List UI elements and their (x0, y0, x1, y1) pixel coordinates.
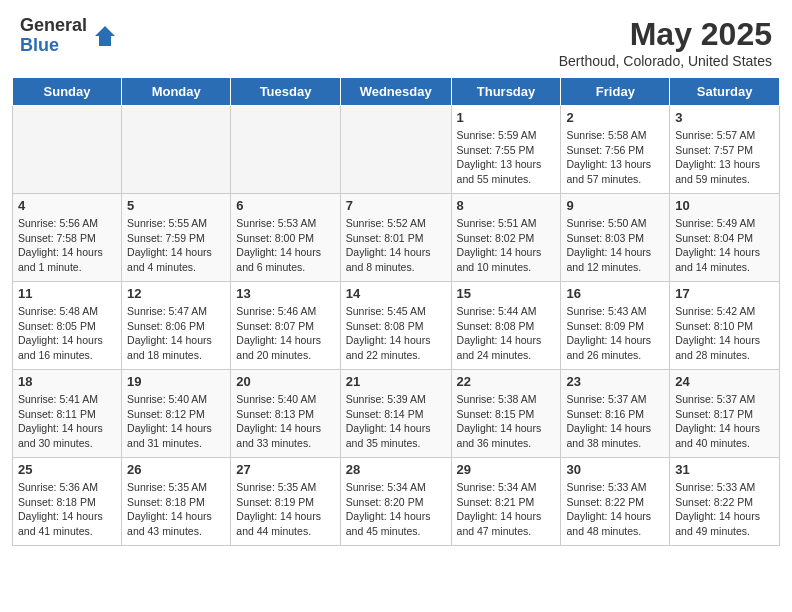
calendar-cell (231, 106, 340, 194)
calendar-cell: 10Sunrise: 5:49 AM Sunset: 8:04 PM Dayli… (670, 194, 780, 282)
day-info: Sunrise: 5:47 AM Sunset: 8:06 PM Dayligh… (127, 304, 225, 363)
day-info: Sunrise: 5:36 AM Sunset: 8:18 PM Dayligh… (18, 480, 116, 539)
logo-blue: Blue (20, 36, 87, 56)
calendar-cell: 29Sunrise: 5:34 AM Sunset: 8:21 PM Dayli… (451, 458, 561, 546)
calendar-cell: 2Sunrise: 5:58 AM Sunset: 7:56 PM Daylig… (561, 106, 670, 194)
day-number: 23 (566, 374, 664, 389)
calendar-week-3: 11Sunrise: 5:48 AM Sunset: 8:05 PM Dayli… (13, 282, 780, 370)
logo: General Blue (20, 16, 119, 56)
day-number: 8 (457, 198, 556, 213)
day-number: 29 (457, 462, 556, 477)
col-sunday: Sunday (13, 78, 122, 106)
calendar-week-4: 18Sunrise: 5:41 AM Sunset: 8:11 PM Dayli… (13, 370, 780, 458)
day-info: Sunrise: 5:34 AM Sunset: 8:20 PM Dayligh… (346, 480, 446, 539)
day-number: 19 (127, 374, 225, 389)
title-block: May 2025 Berthoud, Colorado, United Stat… (559, 16, 772, 69)
day-info: Sunrise: 5:33 AM Sunset: 8:22 PM Dayligh… (675, 480, 774, 539)
day-number: 18 (18, 374, 116, 389)
day-number: 14 (346, 286, 446, 301)
calendar-cell: 31Sunrise: 5:33 AM Sunset: 8:22 PM Dayli… (670, 458, 780, 546)
day-number: 17 (675, 286, 774, 301)
calendar-cell: 1Sunrise: 5:59 AM Sunset: 7:55 PM Daylig… (451, 106, 561, 194)
calendar-cell: 21Sunrise: 5:39 AM Sunset: 8:14 PM Dayli… (340, 370, 451, 458)
location-label: Berthoud, Colorado, United States (559, 53, 772, 69)
day-number: 22 (457, 374, 556, 389)
calendar-cell: 19Sunrise: 5:40 AM Sunset: 8:12 PM Dayli… (122, 370, 231, 458)
calendar-cell: 6Sunrise: 5:53 AM Sunset: 8:00 PM Daylig… (231, 194, 340, 282)
col-saturday: Saturday (670, 78, 780, 106)
calendar-cell (340, 106, 451, 194)
logo-icon (91, 22, 119, 50)
day-number: 5 (127, 198, 225, 213)
day-number: 21 (346, 374, 446, 389)
day-number: 11 (18, 286, 116, 301)
calendar-week-1: 1Sunrise: 5:59 AM Sunset: 7:55 PM Daylig… (13, 106, 780, 194)
calendar-wrapper: Sunday Monday Tuesday Wednesday Thursday… (0, 77, 792, 558)
page-header: General Blue May 2025 Berthoud, Colorado… (0, 0, 792, 77)
day-info: Sunrise: 5:35 AM Sunset: 8:18 PM Dayligh… (127, 480, 225, 539)
day-number: 4 (18, 198, 116, 213)
calendar-cell: 20Sunrise: 5:40 AM Sunset: 8:13 PM Dayli… (231, 370, 340, 458)
day-number: 20 (236, 374, 334, 389)
day-number: 26 (127, 462, 225, 477)
day-number: 13 (236, 286, 334, 301)
calendar-cell: 11Sunrise: 5:48 AM Sunset: 8:05 PM Dayli… (13, 282, 122, 370)
day-info: Sunrise: 5:50 AM Sunset: 8:03 PM Dayligh… (566, 216, 664, 275)
calendar-cell: 8Sunrise: 5:51 AM Sunset: 8:02 PM Daylig… (451, 194, 561, 282)
calendar-cell: 5Sunrise: 5:55 AM Sunset: 7:59 PM Daylig… (122, 194, 231, 282)
day-number: 6 (236, 198, 334, 213)
col-monday: Monday (122, 78, 231, 106)
col-tuesday: Tuesday (231, 78, 340, 106)
day-number: 3 (675, 110, 774, 125)
calendar-cell: 15Sunrise: 5:44 AM Sunset: 8:08 PM Dayli… (451, 282, 561, 370)
col-friday: Friday (561, 78, 670, 106)
day-info: Sunrise: 5:38 AM Sunset: 8:15 PM Dayligh… (457, 392, 556, 451)
day-info: Sunrise: 5:41 AM Sunset: 8:11 PM Dayligh… (18, 392, 116, 451)
calendar-cell: 3Sunrise: 5:57 AM Sunset: 7:57 PM Daylig… (670, 106, 780, 194)
day-info: Sunrise: 5:33 AM Sunset: 8:22 PM Dayligh… (566, 480, 664, 539)
day-info: Sunrise: 5:55 AM Sunset: 7:59 PM Dayligh… (127, 216, 225, 275)
day-info: Sunrise: 5:58 AM Sunset: 7:56 PM Dayligh… (566, 128, 664, 187)
calendar-cell: 25Sunrise: 5:36 AM Sunset: 8:18 PM Dayli… (13, 458, 122, 546)
calendar-cell: 16Sunrise: 5:43 AM Sunset: 8:09 PM Dayli… (561, 282, 670, 370)
calendar-cell: 17Sunrise: 5:42 AM Sunset: 8:10 PM Dayli… (670, 282, 780, 370)
calendar-header: Sunday Monday Tuesday Wednesday Thursday… (13, 78, 780, 106)
calendar-cell: 7Sunrise: 5:52 AM Sunset: 8:01 PM Daylig… (340, 194, 451, 282)
day-info: Sunrise: 5:40 AM Sunset: 8:12 PM Dayligh… (127, 392, 225, 451)
calendar-cell: 26Sunrise: 5:35 AM Sunset: 8:18 PM Dayli… (122, 458, 231, 546)
calendar-cell: 22Sunrise: 5:38 AM Sunset: 8:15 PM Dayli… (451, 370, 561, 458)
calendar-cell: 18Sunrise: 5:41 AM Sunset: 8:11 PM Dayli… (13, 370, 122, 458)
day-number: 16 (566, 286, 664, 301)
calendar-cell: 23Sunrise: 5:37 AM Sunset: 8:16 PM Dayli… (561, 370, 670, 458)
calendar-cell: 28Sunrise: 5:34 AM Sunset: 8:20 PM Dayli… (340, 458, 451, 546)
calendar-table: Sunday Monday Tuesday Wednesday Thursday… (12, 77, 780, 546)
calendar-cell: 9Sunrise: 5:50 AM Sunset: 8:03 PM Daylig… (561, 194, 670, 282)
day-info: Sunrise: 5:48 AM Sunset: 8:05 PM Dayligh… (18, 304, 116, 363)
day-info: Sunrise: 5:46 AM Sunset: 8:07 PM Dayligh… (236, 304, 334, 363)
col-thursday: Thursday (451, 78, 561, 106)
day-info: Sunrise: 5:43 AM Sunset: 8:09 PM Dayligh… (566, 304, 664, 363)
days-row: Sunday Monday Tuesday Wednesday Thursday… (13, 78, 780, 106)
day-info: Sunrise: 5:57 AM Sunset: 7:57 PM Dayligh… (675, 128, 774, 187)
day-number: 27 (236, 462, 334, 477)
calendar-body: 1Sunrise: 5:59 AM Sunset: 7:55 PM Daylig… (13, 106, 780, 546)
day-number: 24 (675, 374, 774, 389)
col-wednesday: Wednesday (340, 78, 451, 106)
day-info: Sunrise: 5:49 AM Sunset: 8:04 PM Dayligh… (675, 216, 774, 275)
day-info: Sunrise: 5:51 AM Sunset: 8:02 PM Dayligh… (457, 216, 556, 275)
calendar-week-5: 25Sunrise: 5:36 AM Sunset: 8:18 PM Dayli… (13, 458, 780, 546)
calendar-cell: 4Sunrise: 5:56 AM Sunset: 7:58 PM Daylig… (13, 194, 122, 282)
day-number: 15 (457, 286, 556, 301)
day-number: 9 (566, 198, 664, 213)
day-info: Sunrise: 5:45 AM Sunset: 8:08 PM Dayligh… (346, 304, 446, 363)
calendar-cell (122, 106, 231, 194)
day-number: 1 (457, 110, 556, 125)
day-info: Sunrise: 5:40 AM Sunset: 8:13 PM Dayligh… (236, 392, 334, 451)
calendar-cell: 14Sunrise: 5:45 AM Sunset: 8:08 PM Dayli… (340, 282, 451, 370)
day-number: 7 (346, 198, 446, 213)
day-number: 2 (566, 110, 664, 125)
day-number: 25 (18, 462, 116, 477)
day-info: Sunrise: 5:42 AM Sunset: 8:10 PM Dayligh… (675, 304, 774, 363)
day-info: Sunrise: 5:39 AM Sunset: 8:14 PM Dayligh… (346, 392, 446, 451)
day-number: 28 (346, 462, 446, 477)
